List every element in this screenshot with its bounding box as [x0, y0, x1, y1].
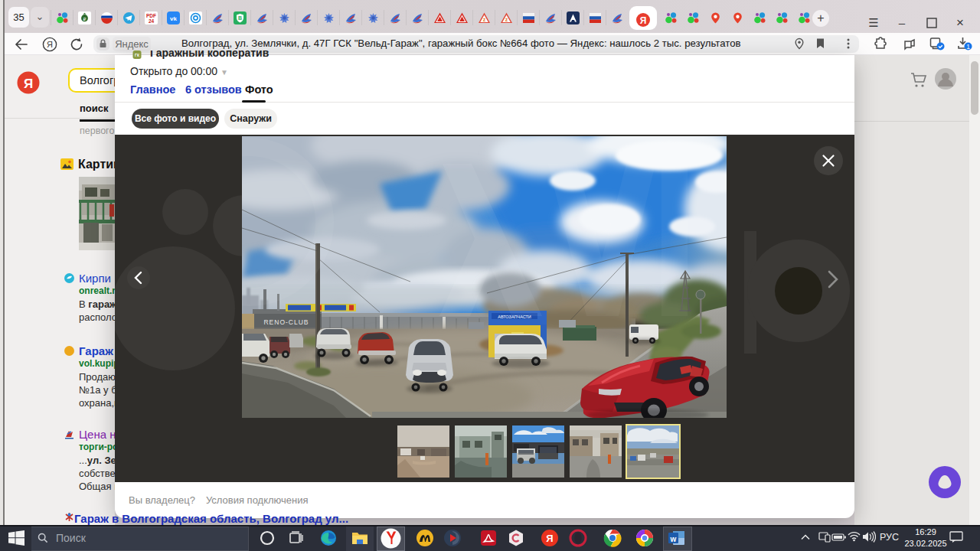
svg-text:Я: Я [47, 40, 53, 49]
svg-text:RENO-CLUB: RENO-CLUB [263, 318, 309, 326]
svg-text:Я: Я [640, 15, 647, 26]
